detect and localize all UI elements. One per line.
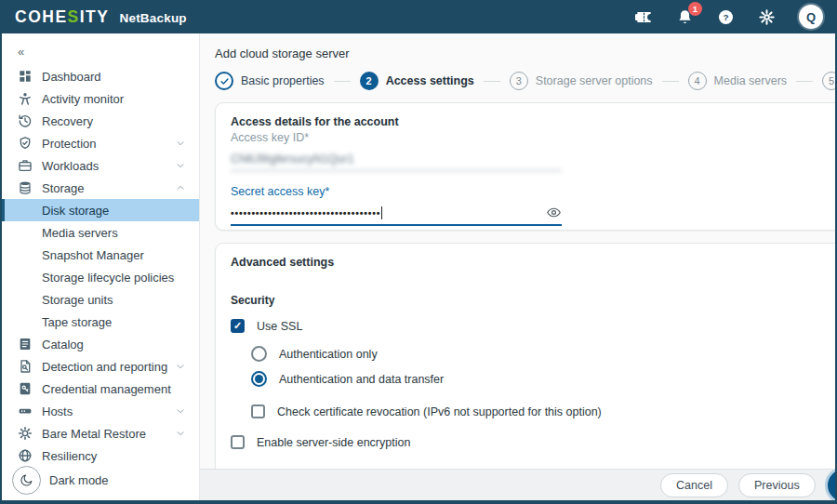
sidebar-item-resiliency[interactable]: Resiliency [2, 444, 199, 467]
checkbox-row-enable-server-side-encryption: Enable server-side encryption [231, 435, 837, 449]
advanced-settings-header[interactable]: Advanced settings [231, 256, 837, 269]
chevron-down-icon[interactable] [175, 138, 186, 149]
wizard-step-media-servers[interactable]: 4Media servers [688, 72, 788, 90]
sidebar-item-protection[interactable]: Protection [2, 132, 199, 154]
support-ticket-icon[interactable] [635, 8, 653, 26]
secret-key-input[interactable]: •••••••••••••••••••••••••••••••••••• [231, 198, 562, 226]
sidebar-item-catalog[interactable]: Catalog [2, 333, 199, 355]
cancel-button[interactable]: Cancel [660, 473, 728, 497]
radio-row-authentication-and-data-transfer: Authentication and data transfer [251, 371, 837, 387]
checkbox-unchecked[interactable] [231, 435, 245, 449]
wizard-header: Add cloud storage server ✕ [200, 33, 837, 63]
svg-text:?: ? [723, 11, 728, 21]
app-window: COHESITY NetBackup 1 ? Q « DashboardActi… [0, 0, 837, 504]
step-number: 3 [510, 72, 528, 90]
show-password-eye-icon[interactable] [546, 205, 562, 220]
topbar-actions: 1 ? Q [635, 5, 823, 29]
chevron-down-icon[interactable] [175, 428, 186, 439]
wizard-step-basic-properties[interactable]: Basic properties [215, 72, 325, 90]
settings-gear-icon[interactable] [758, 8, 776, 26]
chevron-down-icon[interactable] [175, 361, 186, 372]
product-name: NetBackup [119, 11, 186, 25]
access-key-input[interactable]: CN6J9IgfersucyN1Qur1 [231, 144, 562, 171]
sidebar-item-label: Detection and reporting [42, 360, 167, 374]
sidebar-item-label: Storage [42, 181, 85, 195]
sidebar-item-snapshot-manager[interactable]: Snapshot Manager [2, 244, 199, 266]
sidebar-item-label: Media servers [42, 226, 118, 240]
chevron-up-icon[interactable] [175, 182, 186, 193]
storage-database-icon [17, 180, 33, 196]
sidebar-item-credential-management[interactable]: Credential management [2, 378, 199, 400]
sidebar-item-hosts[interactable]: Hosts [2, 400, 199, 422]
radio-checked[interactable] [251, 371, 267, 387]
sidebar-item-label: Workloads [42, 159, 99, 173]
sidebar-item-media-servers[interactable]: Media servers [2, 221, 199, 244]
wizard-footer: CancelPreviousNext [200, 469, 837, 500]
advanced-settings-card: Advanced settings Security ✓Use SSLAuthe… [215, 243, 837, 469]
previous-button[interactable]: Previous [738, 473, 816, 497]
option-label: Enable server-side encryption [257, 436, 410, 449]
step-connector [796, 81, 813, 82]
sidebar-item-label: Resiliency [42, 449, 97, 463]
option-label: Authentication only [279, 348, 378, 361]
sidebar-item-label: Protection [42, 137, 97, 151]
sidebar-collapse-button[interactable]: « [2, 42, 199, 65]
sidebar-item-workloads[interactable]: Workloads [2, 154, 199, 177]
checkbox-row-use-ssl: ✓Use SSL [231, 319, 837, 333]
sidebar-item-storage[interactable]: Storage [2, 177, 199, 199]
option-label: Use SSL [257, 320, 302, 333]
wizard-step-review[interactable]: 5Review [822, 72, 837, 90]
recovery-history-icon [17, 113, 33, 129]
credential-key-icon [17, 381, 33, 397]
chevron-down-icon[interactable] [175, 160, 186, 171]
sidebar-item-activity-monitor[interactable]: Activity monitor [2, 87, 199, 110]
help-icon[interactable]: ? [717, 8, 735, 26]
sidebar-item-disk-storage[interactable]: Disk storage [2, 199, 199, 221]
notification-badge: 1 [688, 2, 702, 16]
sidebar-item-storage-units[interactable]: Storage units [2, 288, 199, 311]
secret-key-masked-value: •••••••••••••••••••••••••••••••••••• [231, 206, 380, 219]
sidebar-item-recovery[interactable]: Recovery [2, 110, 199, 132]
protection-shield-icon [17, 136, 33, 152]
sidebar-item-storage-lifecycle-policies[interactable]: Storage lifecycle policies [2, 266, 199, 288]
step-connector [484, 81, 500, 82]
security-options: ✓Use SSLAuthentication onlyAuthenticatio… [231, 319, 837, 449]
sidebar: « DashboardActivity monitorRecoveryProte… [2, 33, 200, 500]
wizard-step-storage-server-options[interactable]: 3Storage server options [510, 72, 653, 90]
catalog-book-icon [17, 337, 33, 352]
wizard-content: Access details for the account Access ke… [200, 100, 837, 469]
radio-unchecked[interactable] [251, 346, 267, 362]
step-label: Access settings [386, 74, 474, 87]
wizard-step-access-settings[interactable]: 2Access settings [360, 72, 474, 90]
cohesity-logo[interactable]: COHESITY NetBackup [15, 7, 187, 27]
step-label: Media servers [714, 74, 788, 87]
sidebar-item-dashboard[interactable]: Dashboard [2, 65, 199, 87]
option-label: Authentication and data transfer [279, 373, 444, 386]
sidebar-item-label: Disk storage [42, 204, 109, 218]
checkbox-checked[interactable]: ✓ [231, 319, 245, 333]
radio-row-authentication-only: Authentication only [251, 346, 837, 362]
user-avatar[interactable]: Q [799, 5, 823, 29]
sidebar-item-tape-storage[interactable]: Tape storage [2, 311, 199, 333]
notifications-bell-icon[interactable]: 1 [676, 8, 694, 26]
wizard-panel: Add cloud storage server ✕ Basic propert… [200, 33, 837, 500]
step-check-icon [215, 72, 233, 90]
dark-mode-toggle[interactable]: Dark mode [12, 466, 109, 495]
checkbox-unchecked[interactable] [251, 405, 265, 418]
next-button[interactable]: Next [828, 470, 837, 501]
dashboard-icon [17, 69, 33, 85]
sidebar-item-bare-metal-restore[interactable]: Bare Metal Restore [2, 422, 199, 444]
checkbox-row-check-certificate-revocation-ipv6-not-su: Check certificate revocation (IPv6 not s… [251, 405, 837, 418]
sidebar-item-detection-and-reporting[interactable]: Detection and reporting [2, 355, 199, 378]
detection-report-icon [17, 359, 33, 375]
advanced-settings-title: Advanced settings [231, 256, 334, 269]
chevron-down-icon[interactable] [175, 405, 186, 417]
sidebar-item-label: Catalog [42, 338, 84, 351]
sidebar-item-label: Bare Metal Restore [42, 427, 146, 441]
step-number: 5 [822, 72, 837, 90]
wizard-title: Add cloud storage server [215, 46, 350, 60]
step-connector [662, 81, 679, 82]
moon-icon [12, 466, 41, 495]
sidebar-item-label: Tape storage [42, 315, 112, 329]
top-bar: COHESITY NetBackup 1 ? Q [2, 0, 835, 33]
